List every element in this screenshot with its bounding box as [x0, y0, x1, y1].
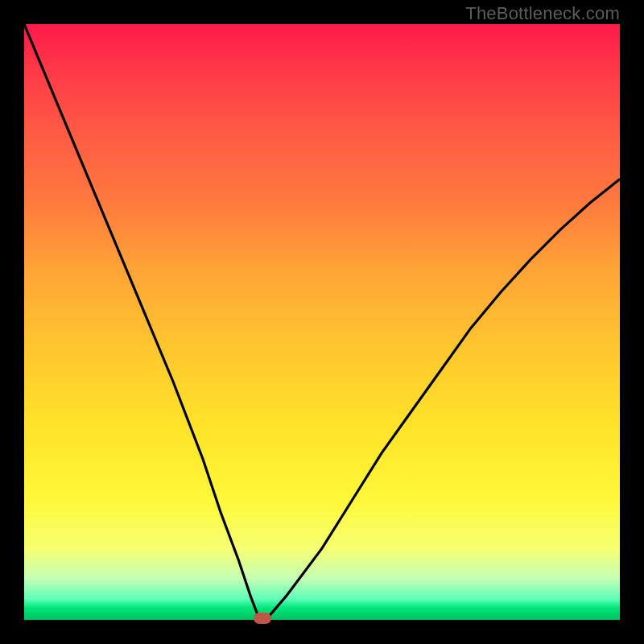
watermark-label: TheBottleneck.com [465, 3, 620, 24]
plot-area [24, 24, 620, 620]
bottleneck-curve [24, 24, 620, 620]
optimal-marker [254, 613, 271, 624]
curve-svg [24, 24, 620, 620]
chart-frame: TheBottleneck.com [0, 0, 644, 644]
